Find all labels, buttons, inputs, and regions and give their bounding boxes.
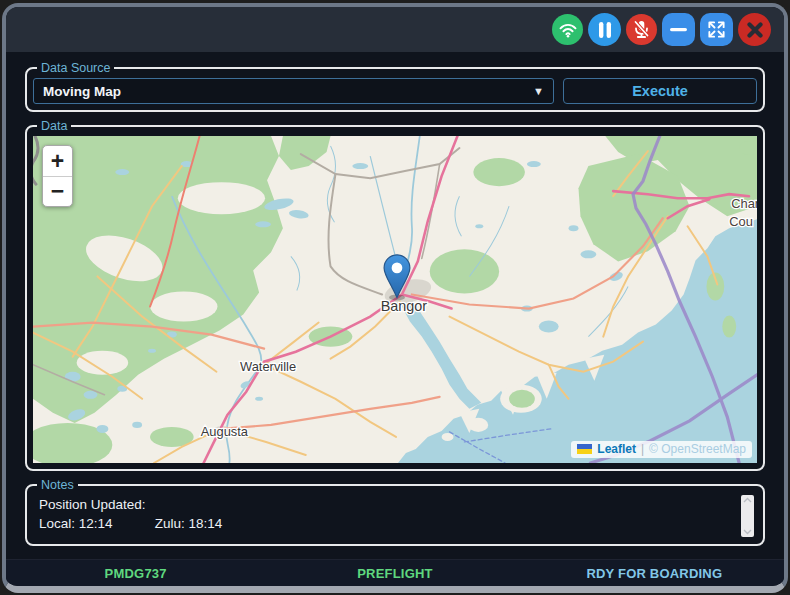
map-attribution: Leaflet | © OpenStreetMap	[571, 441, 752, 458]
data-group: Data	[25, 119, 765, 471]
minus-icon	[670, 27, 687, 32]
x-icon	[747, 22, 763, 38]
notes-textarea[interactable]: Position Updated: Local: 12:14 Zulu: 18:…	[33, 494, 757, 538]
openstreetmap-link[interactable]: © OpenStreetMap	[649, 442, 746, 456]
connection-button[interactable]	[552, 14, 583, 45]
scroll-down-icon[interactable]	[743, 529, 752, 535]
map-zoom-control: + −	[42, 145, 73, 207]
mic-muted-icon	[633, 20, 650, 39]
notes-group-label: Notes	[37, 478, 78, 492]
map-label-clipped-2: Cou	[729, 214, 753, 229]
data-source-group-label: Data Source	[37, 61, 114, 75]
execute-button-label: Execute	[632, 83, 688, 99]
notes-scrollbar[interactable]	[741, 495, 754, 537]
main-content: Data Source Moving Map ▼ Execute Data	[6, 52, 784, 559]
expand-icon	[707, 20, 726, 39]
data-source-selected-value: Moving Map	[43, 84, 121, 99]
notes-zulu-time: Zulu: 18:14	[155, 516, 223, 531]
minimize-button[interactable]	[662, 13, 695, 46]
notes-local-time: Local: 12:14	[39, 514, 151, 533]
data-group-label: Data	[37, 119, 71, 133]
map-container[interactable]: Bangor Waterville Augusta Char Cou	[33, 136, 757, 463]
map-canvas[interactable]: Bangor Waterville Augusta Char Cou	[33, 136, 757, 463]
status-boarding: RDY FOR BOARDING	[525, 566, 784, 581]
notes-line-1: Position Updated:	[39, 495, 731, 514]
data-source-group: Data Source Moving Map ▼ Execute	[25, 61, 765, 112]
wifi-icon	[558, 21, 578, 39]
status-bar: PMDG737 PREFLIGHT RDY FOR BOARDING	[6, 559, 784, 586]
status-flight-phase: PREFLIGHT	[265, 566, 524, 581]
titlebar-buttons	[552, 13, 771, 46]
data-source-dropdown[interactable]: Moving Map ▼	[33, 78, 554, 104]
leaflet-link[interactable]: Leaflet	[597, 442, 636, 456]
app-window: Data Source Moving Map ▼ Execute Data	[2, 3, 788, 593]
execute-button[interactable]: Execute	[563, 78, 757, 104]
scroll-up-icon[interactable]	[743, 497, 752, 503]
map-label-clipped-1: Char	[731, 196, 757, 211]
titlebar[interactable]	[6, 7, 784, 52]
maximize-button[interactable]	[700, 13, 733, 46]
notes-group: Notes Position Updated: Local: 12:14 Zul…	[25, 478, 765, 546]
map-label-bangor: Bangor	[381, 297, 428, 313]
ukraine-flag-icon	[577, 444, 592, 454]
mute-button[interactable]	[626, 14, 657, 45]
map-label-waterville: Waterville	[240, 359, 296, 374]
pause-button[interactable]	[588, 13, 621, 46]
chevron-down-icon: ▼	[533, 85, 544, 97]
zoom-in-button[interactable]: +	[43, 146, 72, 176]
pause-icon	[598, 22, 612, 38]
zoom-out-button[interactable]: −	[43, 176, 72, 206]
status-aircraft: PMDG737	[6, 566, 265, 581]
attribution-separator: |	[641, 442, 644, 456]
close-button[interactable]	[738, 13, 771, 46]
map-label-augusta: Augusta	[201, 424, 249, 439]
